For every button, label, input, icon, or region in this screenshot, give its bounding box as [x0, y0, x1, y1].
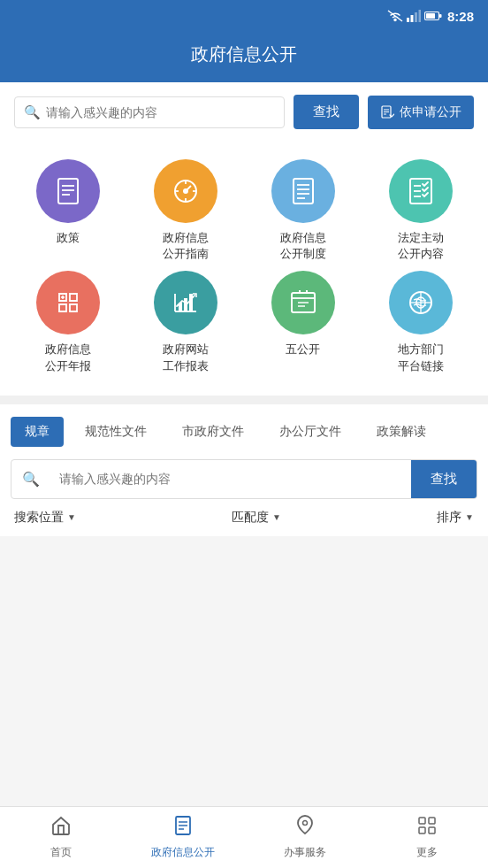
page-title: 政府信息公开 [0, 42, 488, 66]
svg-rect-36 [184, 298, 187, 311]
guide-icon-circle [154, 159, 217, 223]
filter-search-wrap: 🔍 查找 [11, 459, 477, 499]
gov-info-label: 政府信息公开 [151, 845, 215, 860]
content-spacer [0, 536, 488, 598]
svg-point-51 [303, 821, 308, 826]
signal-icon [407, 10, 421, 22]
legal-label: 法定主动公开内容 [398, 230, 444, 262]
guide-icon [170, 175, 202, 207]
battery-icon [424, 11, 442, 21]
icon-item-five-open[interactable]: 五公开 [244, 271, 362, 373]
affairs-icon [294, 815, 316, 841]
icon-item-annual[interactable]: 政府信息公开年报 [9, 271, 126, 373]
sort-match-level[interactable]: 匹配度 ▼ [232, 510, 281, 526]
main-search-input[interactable] [46, 105, 275, 119]
icon-item-guide[interactable]: 政府信息公开指南 [126, 159, 244, 262]
annual-label: 政府信息公开年报 [45, 342, 91, 373]
local-icon-circle [389, 271, 453, 334]
work-report-label: 政府网站工作报表 [163, 342, 209, 373]
icon-item-work-report[interactable]: 政府网站工作报表 [126, 271, 244, 373]
legal-icon-circle [389, 159, 453, 223]
status-time: 8:28 [447, 9, 474, 24]
filter-sort-row: 搜索位置 ▼ 匹配度 ▼ 排序 ▼ [0, 499, 488, 536]
svg-rect-37 [189, 294, 193, 311]
icon-grid-section: 政策 政府信息公开指南 [0, 142, 488, 396]
svg-rect-11 [58, 179, 78, 204]
five-open-icon-circle [271, 271, 335, 334]
system-label: 政府信息公开制度 [280, 230, 326, 262]
guide-label: 政府信息公开指南 [163, 230, 209, 262]
nav-item-gov-info[interactable]: 政府信息公开 [122, 807, 244, 868]
sort-order[interactable]: 排序 ▼ [437, 510, 474, 526]
main-search-bar: 🔍 查找 依申请公开 [0, 82, 488, 142]
nav-item-more[interactable]: 更多 [366, 807, 488, 868]
sort-search-pos[interactable]: 搜索位置 ▼ [14, 510, 76, 526]
icon-item-legal[interactable]: 法定主动公开内容 [362, 159, 479, 262]
search-pos-arrow: ▼ [67, 512, 76, 522]
section-divider [0, 396, 488, 404]
five-open-icon [287, 287, 319, 319]
svg-rect-0 [407, 18, 409, 22]
annual-icon [52, 287, 84, 319]
svg-rect-54 [419, 827, 425, 833]
svg-rect-2 [415, 12, 417, 22]
work-report-icon [170, 287, 202, 319]
tab-interpret[interactable]: 政策解读 [362, 417, 440, 447]
icon-item-local[interactable]: 地方部门平台链接 [362, 271, 479, 373]
svg-rect-55 [429, 827, 435, 833]
legal-icon [405, 175, 437, 207]
policy-label: 政策 [57, 230, 80, 246]
gov-info-icon [172, 815, 194, 841]
status-bar: 8:28 [0, 0, 488, 32]
svg-rect-3 [418, 10, 421, 22]
tab-office[interactable]: 办公厅文件 [265, 417, 355, 447]
bottom-nav: 首页 政府信息公开 办事服务 [0, 806, 488, 868]
svg-rect-53 [429, 818, 435, 824]
apply-icon [380, 105, 394, 119]
main-search-icon: 🔍 [24, 104, 41, 120]
filter-search-icon: 🔍 [11, 471, 50, 488]
affairs-label: 办事服务 [284, 845, 326, 860]
svg-rect-6 [426, 13, 435, 19]
main-search-wrap: 🔍 [14, 96, 285, 128]
tab-normative[interactable]: 规范性文件 [71, 417, 161, 447]
svg-rect-1 [410, 15, 413, 22]
work-report-icon-circle [154, 271, 217, 334]
apply-public-button[interactable]: 依申请公开 [368, 96, 474, 129]
nav-item-affairs[interactable]: 办事服务 [244, 807, 366, 868]
five-open-label: 五公开 [286, 342, 320, 357]
filter-find-button[interactable]: 查找 [411, 460, 477, 498]
home-icon [50, 815, 72, 841]
system-icon [287, 175, 319, 207]
local-label: 地方部门平台链接 [398, 342, 444, 373]
sort-order-arrow: ▼ [465, 512, 474, 522]
tab-rules[interactable]: 规章 [11, 417, 64, 447]
tab-city[interactable]: 市政府文件 [168, 417, 258, 447]
svg-line-21 [186, 186, 191, 191]
annual-icon-circle [36, 271, 100, 334]
filter-search-input[interactable] [50, 461, 411, 496]
status-icons [387, 10, 442, 22]
nav-item-home[interactable]: 首页 [0, 807, 122, 868]
filter-tabs: 规章 规范性文件 市政府文件 办公厅文件 政策解读 [0, 417, 488, 447]
more-icon [416, 815, 438, 841]
match-level-arrow: ▼ [272, 512, 281, 522]
policy-icon-circle [36, 159, 100, 223]
policy-icon [52, 175, 84, 207]
home-label: 首页 [50, 845, 72, 860]
more-label: 更多 [416, 845, 438, 860]
main-find-button[interactable]: 查找 [294, 95, 359, 129]
app-header: 政府信息公开 [0, 32, 488, 82]
svg-rect-52 [419, 818, 425, 824]
svg-rect-5 [439, 14, 442, 18]
icon-item-system[interactable]: 政府信息公开制度 [244, 159, 362, 262]
icon-grid: 政策 政府信息公开指南 [9, 159, 479, 374]
svg-rect-22 [294, 179, 313, 204]
wifi-icon [387, 10, 403, 22]
system-icon-circle [271, 159, 335, 223]
filter-section: 规章 规范性文件 市政府文件 办公厅文件 政策解读 🔍 查找 搜索位置 ▼ 匹配… [0, 404, 488, 536]
icon-item-policy[interactable]: 政策 [9, 159, 126, 262]
local-icon [405, 287, 437, 319]
